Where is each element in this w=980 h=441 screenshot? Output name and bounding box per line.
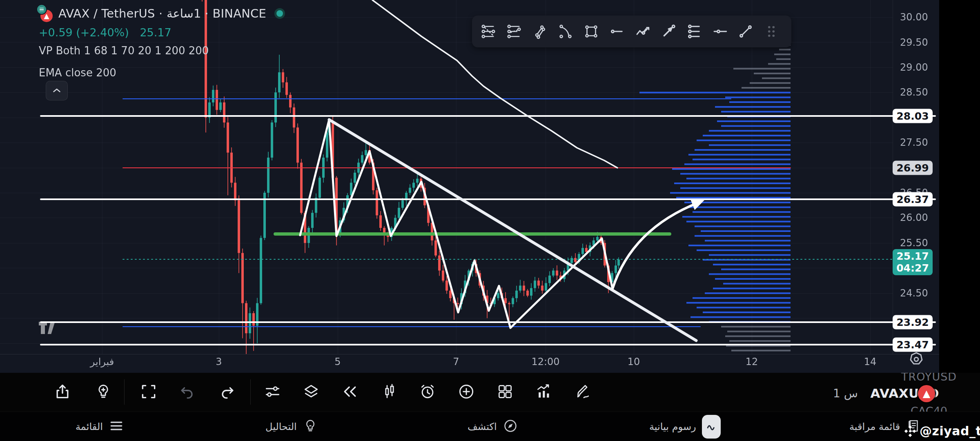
price-tick-25.50: 25.50 <box>900 237 928 249</box>
nav-item-1[interactable]: التحاليل <box>265 412 318 441</box>
change-value: +0.59 (+2.40%) <box>39 26 129 39</box>
price-tick-26.00: 26.00 <box>900 212 928 223</box>
layout-grid-icon <box>496 383 514 401</box>
drag-handle-tool[interactable] <box>758 17 784 46</box>
fib-trend-tool[interactable] <box>501 17 527 46</box>
fullscreen-button[interactable] <box>140 383 158 402</box>
indicator-vp-label[interactable]: VP Both 1 68 1 70 20 1 200 200 <box>39 45 285 57</box>
market-status-icon <box>274 8 285 19</box>
settings-sliders-button[interactable] <box>263 383 281 402</box>
price-label-25.17: 25.1704:27 <box>893 249 933 275</box>
tradingview-logo-watermark[interactable] <box>39 322 60 337</box>
parallel-lines-icon <box>686 23 703 40</box>
price-label-26.99: 26.99 <box>893 161 933 175</box>
alert-clock-button[interactable] <box>419 383 437 402</box>
curve-icon <box>557 23 574 40</box>
layout-grid-button[interactable] <box>496 383 514 402</box>
drag-handle-icon <box>763 23 780 40</box>
fib-retracement-tool[interactable] <box>475 17 501 46</box>
horizontal-line-icon <box>608 23 626 40</box>
draw-pen-icon <box>574 383 592 401</box>
spinner-next-symbol[interactable]: CAC40 <box>880 405 978 412</box>
menu-icon <box>109 418 124 434</box>
gear-icon <box>911 353 922 364</box>
toolbar-divider <box>124 379 125 405</box>
rectangle-tool[interactable] <box>578 17 604 46</box>
arrow-marker-icon <box>660 23 677 40</box>
arrow-marker-tool[interactable] <box>655 17 681 46</box>
chevron-up-icon <box>51 85 63 97</box>
indicator-ema-label[interactable]: EMA close 200 <box>39 67 285 79</box>
share-icon <box>53 383 71 401</box>
undo-button[interactable] <box>178 383 196 402</box>
trend-line-tool[interactable] <box>733 17 758 46</box>
alert-clock-icon <box>419 383 437 401</box>
indicators-button[interactable] <box>535 383 553 402</box>
legend-collapse-button[interactable] <box>46 81 68 100</box>
redo-button[interactable] <box>218 383 236 402</box>
nav-item-0[interactable]: القائمة <box>76 412 124 441</box>
price-label-28.03: 28.03 <box>893 109 933 123</box>
symbol-title: AVAX / TetherUS · ساعة1 · BINANCE <box>58 7 266 20</box>
horizontal-ray-icon <box>711 23 728 40</box>
bar-style-icon <box>381 383 399 401</box>
bottom-navigation: القائمةالتحاليلاكتشفرسوم بيانيةقائمة مرا… <box>0 412 980 441</box>
parallel-lines-tool[interactable] <box>681 17 707 46</box>
layers-icon <box>302 383 320 401</box>
price-scale-settings-button[interactable] <box>907 350 925 368</box>
symbol-badge-icon <box>36 4 47 15</box>
discover-compass-icon <box>503 418 518 434</box>
nav-label: قائمة مراقبة <box>849 421 900 432</box>
symbol-row[interactable]: ▲ AVAX / TetherUS · ساعة1 · BINANCE <box>39 4 285 23</box>
chart-legend: ▲ AVAX / TetherUS · ساعة1 · BINANCE +0.5… <box>39 4 285 79</box>
curve-tool[interactable] <box>552 17 578 46</box>
idea-plus-icon <box>94 383 112 401</box>
rectangle-icon <box>583 23 600 40</box>
redo-icon <box>218 383 236 401</box>
charts-badge-icon <box>702 415 721 439</box>
share-button[interactable] <box>53 383 71 402</box>
fib-trend-icon <box>506 23 523 40</box>
time-tick-12: 12 <box>746 356 758 368</box>
time-tick-12:00: 12:00 <box>531 356 559 368</box>
price-tick-30.00: 30.00 <box>900 11 928 23</box>
replay-button[interactable] <box>341 383 359 402</box>
layers-button[interactable] <box>302 383 320 402</box>
price-tick-27.50: 27.50 <box>900 137 928 148</box>
price-label-23.92: 23.92 <box>893 315 933 330</box>
trend-zigzag-arrow-icon <box>634 23 651 40</box>
undo-icon <box>178 383 196 401</box>
price-label-23.47: 23.47 <box>893 338 933 352</box>
horizontal-line-tool[interactable] <box>604 17 630 46</box>
draw-pen-button[interactable] <box>574 383 592 402</box>
nav-label: اكتشف <box>468 421 497 432</box>
trend-line-icon <box>737 23 754 40</box>
spinner-prev-symbol[interactable]: TROYUSD <box>880 373 978 383</box>
time-tick-5: 5 <box>334 356 341 368</box>
settings-sliders-icon <box>263 383 281 401</box>
time-tick-14: 14 <box>864 356 877 368</box>
nav-item-2[interactable]: اكتشف <box>468 412 518 441</box>
parallel-channel-tool[interactable] <box>527 17 552 46</box>
price-tick-29.50: 29.50 <box>900 37 928 48</box>
trend-zigzag-arrow-tool[interactable] <box>630 17 655 46</box>
nav-item-3[interactable]: رسوم بيانية <box>649 412 721 441</box>
horizontal-ray-tool[interactable] <box>707 17 733 46</box>
last-price: 25.17 <box>140 26 171 39</box>
author-watermark: @ziyad_trade <box>903 424 980 438</box>
symbol-interval-spinner[interactable]: TROYUSD س 1 AVAXUSD ▲ CAC40 <box>808 373 980 412</box>
price-tick-24.50: 24.50 <box>900 287 928 299</box>
idea-plus-button[interactable] <box>94 383 112 402</box>
nav-label: القائمة <box>76 421 103 432</box>
nav-label: التحاليل <box>265 421 297 432</box>
add-circle-button[interactable] <box>457 383 475 402</box>
add-circle-icon <box>457 383 475 401</box>
watermark-text: @ziyad_trade <box>920 424 980 438</box>
toolbar-divider <box>250 379 251 405</box>
replay-icon <box>341 383 359 401</box>
time-tick-3: 3 <box>216 356 222 368</box>
drawing-toolbar <box>472 16 791 47</box>
parallel-channel-icon <box>531 23 548 40</box>
bar-style-button[interactable] <box>381 383 399 402</box>
binance-diamond-icon <box>903 424 917 438</box>
